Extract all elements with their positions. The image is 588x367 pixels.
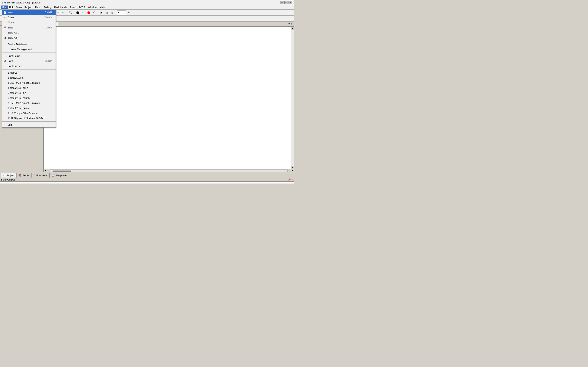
menu-flash[interactable]: Flash: [34, 6, 43, 9]
hscroll-right[interactable]: ▶: [291, 169, 294, 172]
build-output-title: Build Output: [1, 178, 15, 181]
menu-close-label: Close: [8, 21, 14, 24]
tab-templates[interactable]: 📋 Templates: [49, 173, 69, 177]
toolbar-sep-6: [98, 10, 98, 15]
tab-functions[interactable]: {} Functions: [32, 173, 49, 177]
tab-books[interactable]: 📚 Books: [16, 173, 32, 177]
menu-recent-6[interactable]: 6 stm32f10x_conf.h: [2, 95, 56, 100]
menu-recent-7-label: 7 E:\STM32Project\...\main.c: [8, 102, 40, 104]
maximize-button[interactable]: □: [284, 1, 288, 4]
menu-open[interactable]: 📂 Open Ctrl+O: [2, 15, 56, 20]
editor-content[interactable]: 1: [44, 27, 291, 169]
hscroll-thumb[interactable]: [52, 170, 71, 172]
menu-open-shortcut: Ctrl+O: [44, 16, 52, 19]
menu-recent-10[interactable]: 10 D:\32project\Start\stm32f10x.h: [2, 116, 56, 121]
stop-button[interactable]: ⬤: [86, 10, 91, 15]
menu-peripherals[interactable]: Peripherals: [53, 6, 69, 9]
settings-button[interactable]: ⚙: [127, 10, 132, 15]
close-button[interactable]: ✕: [288, 1, 292, 4]
menu-svcs[interactable]: SVCS: [77, 6, 86, 9]
title-bar-controls: — □ ✕: [280, 1, 292, 4]
menu-print-preview[interactable]: Print Preview: [2, 64, 56, 69]
menu-tools[interactable]: Tools: [69, 6, 77, 9]
menu-device-db[interactable]: Device Database...: [2, 42, 56, 47]
menu-save-as[interactable]: Save As...: [2, 30, 56, 35]
tab-project-icon: 🗂: [3, 174, 6, 177]
menu-recent-9[interactable]: 9 D:\32project\User\main.c: [2, 110, 56, 116]
sep-1: [2, 41, 56, 41]
menu-file[interactable]: File: [1, 6, 8, 9]
save-all-icon: 🗂: [3, 36, 7, 40]
build-output-header: Build Output 📌 ✕: [0, 177, 294, 182]
menu-recent-1-label: 1 main.c: [8, 71, 17, 74]
build-output-close[interactable]: ✕: [291, 178, 293, 181]
debug2-button[interactable]: ▤: [104, 10, 109, 15]
menu-recent-2-label: 2 stm32f10x.h: [8, 76, 23, 79]
open-icon: 📂: [3, 16, 7, 19]
menu-recent-2[interactable]: 2 stm32f10x.h: [2, 75, 56, 80]
minimize-button[interactable]: —: [280, 1, 284, 4]
menu-recent-4[interactable]: 4 stm32f10x_spi.h: [2, 85, 56, 90]
editor-main: 1 ▲ ▼: [44, 27, 294, 169]
run1-button[interactable]: ⬤: [75, 10, 80, 15]
tab-close[interactable]: ✕: [291, 23, 293, 25]
build-output-scroll[interactable]: [1, 182, 293, 184]
menu-project[interactable]: Project: [23, 6, 34, 9]
print-icon: 🖨: [3, 59, 7, 63]
vscroll-up[interactable]: ▲: [291, 27, 294, 30]
menu-save-label: Save: [8, 26, 13, 29]
menu-new[interactable]: 📄 New... Ctrl+N: [2, 10, 56, 15]
editor-text-area[interactable]: [52, 27, 291, 169]
tab-nav-down[interactable]: ▼: [288, 23, 290, 25]
debug3-button[interactable]: ▥: [110, 10, 115, 15]
toolbar-dropdown[interactable]: ▼: [117, 10, 126, 15]
menu-new-label: New...: [8, 11, 15, 14]
vscroll-down[interactable]: ▼: [291, 166, 294, 169]
debug1-button[interactable]: ▣: [99, 10, 104, 15]
menu-print-setup[interactable]: Print Setup...: [2, 53, 56, 58]
menu-save-all[interactable]: 🗂 Save All: [2, 35, 56, 40]
menu-license-label: License Management...: [8, 48, 34, 51]
menu-save-as-label: Save As...: [8, 31, 19, 34]
menu-recent-1[interactable]: 1 main.c: [2, 70, 56, 75]
hscroll-track[interactable]: [50, 169, 288, 172]
file-dropdown-menu: 📄 New... Ctrl+N 📂 Open Ctrl+O Close 💾 Sa…: [2, 10, 56, 127]
build-output-pin[interactable]: 📌: [288, 178, 291, 181]
menu-open-label: Open: [8, 16, 14, 19]
menu-recent-6-label: 6 stm32f10x_conf.h: [8, 97, 30, 99]
menu-license[interactable]: License Management...: [2, 47, 56, 52]
menu-edit[interactable]: Edit: [8, 6, 15, 9]
menu-recent-3[interactable]: 3 E:\STM32Project\...\main.c: [2, 80, 56, 85]
tab-project[interactable]: 🗂 Project: [1, 173, 16, 177]
tab-templates-icon: 📋: [52, 174, 55, 177]
menu-window[interactable]: Window: [86, 6, 98, 9]
menu-exit[interactable]: Exit: [2, 122, 56, 127]
tab-project-label: Project: [6, 174, 14, 177]
menu-recent-8[interactable]: 8 stm32f10x_gpio.c: [2, 106, 56, 110]
tab-templates-label: Templates: [56, 174, 67, 177]
menu-exit-label: Exit: [8, 123, 12, 126]
toolbar-sep-4: [67, 10, 67, 15]
hscroll-left[interactable]: ◀: [44, 169, 47, 172]
undo-button[interactable]: ↩: [55, 10, 61, 15]
tab-functions-icon: {}: [34, 174, 35, 177]
tab-functions-label: Functions: [36, 174, 47, 177]
redo-button[interactable]: ↪: [61, 10, 66, 15]
menu-save-shortcut: Ctrl+S: [45, 26, 52, 29]
menu-recent-5[interactable]: 5 stm32f10x_it.h: [2, 90, 56, 95]
menu-save[interactable]: 💾 Save Ctrl+S: [2, 25, 56, 30]
reset-button[interactable]: ↺: [92, 10, 97, 15]
menu-recent-7[interactable]: 7 E:\STM32Project\...\main.c: [2, 100, 56, 106]
sep-3: [2, 69, 56, 69]
menu-print[interactable]: 🖨 Print... Ctrl+P: [2, 58, 56, 64]
browse-button[interactable]: 🔍: [68, 10, 73, 15]
menu-recent-9-label: 9 D:\32project\User\main.c: [8, 112, 37, 115]
menu-recent-10-label: 10 D:\32project\Start\stm32f10x.h: [8, 117, 45, 119]
menu-debug[interactable]: Debug: [43, 6, 53, 9]
new-icon: 📄: [3, 10, 7, 14]
menu-view[interactable]: View: [15, 6, 23, 9]
menu-close[interactable]: Close: [2, 20, 56, 25]
menu-help[interactable]: Help: [98, 6, 106, 9]
run2-button[interactable]: ○: [81, 10, 86, 15]
menu-recent-5-label: 5 stm32f10x_it.h: [8, 92, 26, 94]
